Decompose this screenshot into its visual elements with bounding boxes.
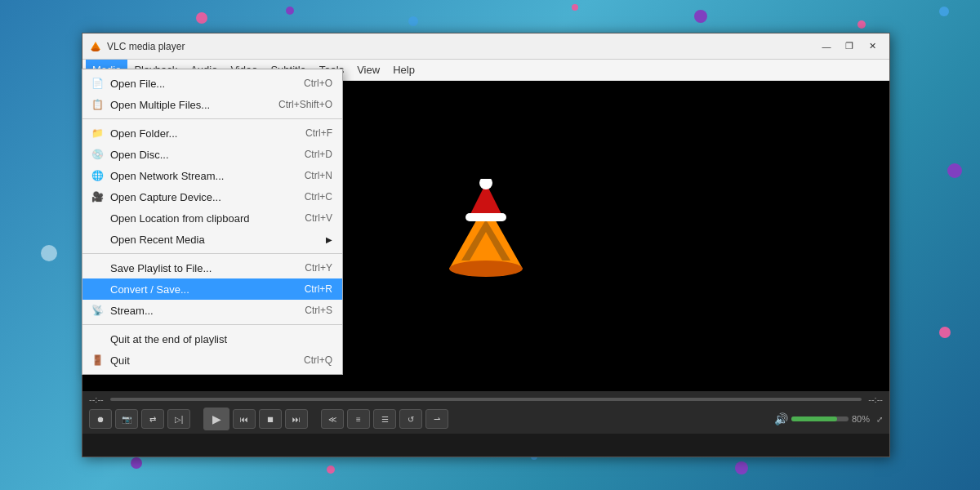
volume-icon: 🔊 xyxy=(774,412,788,425)
svg-point-2 xyxy=(91,48,100,51)
loop-ab-button[interactable]: ⇄ xyxy=(141,409,164,429)
slower-button[interactable]: ≪ xyxy=(321,409,344,429)
controls-row: ⏺ 📷 ⇄ ▷| ▶ ⏮ ⏹ ⏭ ≪ ≡ ☰ ↺ ⇀ 🔊 xyxy=(89,408,883,430)
deco-dot xyxy=(572,4,578,11)
open-capture-label: Open Capture Device... xyxy=(110,191,305,203)
frame-step-button[interactable]: ▷| xyxy=(167,409,190,429)
random-button[interactable]: ⇀ xyxy=(425,409,448,429)
equalizer-button[interactable]: ≡ xyxy=(347,409,370,429)
svg-point-6 xyxy=(449,261,523,277)
quit-label: Quit xyxy=(110,354,304,367)
menu-item-open-file[interactable]: 📄 Open File... Ctrl+O xyxy=(82,73,342,94)
desktop: VLC media player — ❐ ✕ Media Playback Au… xyxy=(0,0,980,490)
stream-label: Stream... xyxy=(110,305,305,317)
save-playlist-icon xyxy=(89,261,105,274)
open-capture-icon: 🎥 xyxy=(89,190,105,203)
deco-dot xyxy=(939,7,949,16)
next-button[interactable]: ⏭ xyxy=(285,409,308,429)
snapshot-button[interactable]: 📷 xyxy=(115,409,138,429)
open-folder-label: Open Folder... xyxy=(110,127,305,140)
open-disc-label: Open Disc... xyxy=(110,149,305,161)
separator-3 xyxy=(82,324,342,325)
convert-save-shortcut: Ctrl+R xyxy=(305,283,332,295)
menu-item-open-network[interactable]: 🌐 Open Network Stream... Ctrl+N xyxy=(82,165,342,186)
vlc-logo xyxy=(441,179,531,293)
quit-shortcut: Ctrl+Q xyxy=(304,354,332,366)
stream-icon: 📡 xyxy=(89,304,105,317)
separator-2 xyxy=(82,253,342,254)
deco-dot xyxy=(947,163,962,178)
media-dropdown-menu: 📄 Open File... Ctrl+O 📋 Open Multiple Fi… xyxy=(82,69,343,375)
progress-track[interactable] xyxy=(110,398,862,401)
svg-rect-8 xyxy=(466,213,506,221)
deco-dot xyxy=(408,16,418,26)
open-folder-icon: 📁 xyxy=(89,127,105,140)
open-file-label: Open File... xyxy=(110,78,304,90)
open-file-icon: 📄 xyxy=(89,77,105,90)
menu-item-open-folder[interactable]: 📁 Open Folder... Ctrl+F xyxy=(82,122,342,144)
vlc-icon xyxy=(89,40,102,53)
convert-save-icon xyxy=(89,283,105,296)
menu-item-open-location[interactable]: Open Location from clipboard Ctrl+V xyxy=(82,207,342,229)
quit-end-label: Quit at the end of playlist xyxy=(110,333,332,345)
time-right: --:-- xyxy=(868,394,883,404)
menu-item-open-multiple[interactable]: 📋 Open Multiple Files... Ctrl+Shift+O xyxy=(82,94,342,115)
deco-dot xyxy=(41,245,57,261)
title-bar-left: VLC media player xyxy=(89,40,185,53)
open-recent-arrow: ▶ xyxy=(326,235,332,244)
menu-item-stream[interactable]: 📡 Stream... Ctrl+S xyxy=(82,300,342,321)
volume-area: 🔊 80% ⤢ xyxy=(774,412,883,425)
menu-item-open-capture[interactable]: 🎥 Open Capture Device... Ctrl+C xyxy=(82,186,342,207)
record-button[interactable]: ⏺ xyxy=(89,409,112,429)
menu-item-convert-save[interactable]: Convert / Save... Ctrl+R xyxy=(82,278,342,300)
menu-view[interactable]: View xyxy=(350,60,386,80)
deco-dot xyxy=(939,327,951,338)
menu-item-save-playlist[interactable]: Save Playlist to File... Ctrl+Y xyxy=(82,257,342,278)
time-left: --:-- xyxy=(89,394,104,404)
open-network-icon: 🌐 xyxy=(89,169,105,182)
open-capture-shortcut: Ctrl+C xyxy=(305,191,332,203)
open-location-icon xyxy=(89,212,105,225)
open-location-label: Open Location from clipboard xyxy=(110,212,305,225)
menu-item-open-disc[interactable]: 💿 Open Disc... Ctrl+D xyxy=(82,144,342,165)
open-file-shortcut: Ctrl+O xyxy=(304,78,332,89)
open-recent-label: Open Recent Media xyxy=(110,234,323,246)
svg-point-9 xyxy=(479,179,492,189)
stop-button[interactable]: ⏹ xyxy=(259,409,282,429)
volume-fill xyxy=(791,416,837,421)
deco-dot xyxy=(694,10,707,23)
deco-dot xyxy=(735,461,748,474)
title-bar-controls: — ❐ ✕ xyxy=(816,38,883,55)
expand-icon: ⤢ xyxy=(876,415,883,424)
maximize-button[interactable]: ❐ xyxy=(839,38,860,55)
menu-item-open-recent[interactable]: Open Recent Media ▶ xyxy=(82,229,342,250)
menu-item-quit-end[interactable]: Quit at the end of playlist xyxy=(82,328,342,350)
quit-end-icon xyxy=(89,332,105,345)
open-network-label: Open Network Stream... xyxy=(110,170,305,182)
open-multiple-label: Open Multiple Files... xyxy=(110,99,278,111)
menu-item-quit[interactable]: 🚪 Quit Ctrl+Q xyxy=(82,350,342,371)
controls-bar: --:-- --:-- ⏺ 📷 ⇄ ▷| ▶ ⏮ ⏹ ⏭ ≪ ≡ ☰ xyxy=(82,391,889,434)
play-button[interactable]: ▶ xyxy=(203,408,229,430)
deco-dot xyxy=(286,7,294,15)
open-multiple-icon: 📋 xyxy=(89,98,105,111)
open-folder-shortcut: Ctrl+F xyxy=(305,127,332,139)
playlist-button[interactable]: ☰ xyxy=(373,409,396,429)
save-playlist-label: Save Playlist to File... xyxy=(110,262,305,274)
minimize-button[interactable]: — xyxy=(816,38,837,55)
save-playlist-shortcut: Ctrl+Y xyxy=(305,262,332,274)
deco-dot xyxy=(196,12,207,24)
open-recent-icon xyxy=(89,233,105,246)
volume-percent: 80% xyxy=(852,414,870,424)
loop-button[interactable]: ↺ xyxy=(399,409,422,429)
stream-shortcut: Ctrl+S xyxy=(305,305,332,316)
open-multiple-shortcut: Ctrl+Shift+O xyxy=(278,99,332,110)
window-title: VLC media player xyxy=(107,41,185,52)
separator-1 xyxy=(82,118,342,119)
prev-button[interactable]: ⏮ xyxy=(233,409,256,429)
convert-save-label: Convert / Save... xyxy=(110,283,305,296)
volume-bar[interactable] xyxy=(791,416,849,421)
close-button[interactable]: ✕ xyxy=(862,38,883,55)
open-disc-shortcut: Ctrl+D xyxy=(305,149,332,160)
menu-help[interactable]: Help xyxy=(386,60,421,80)
